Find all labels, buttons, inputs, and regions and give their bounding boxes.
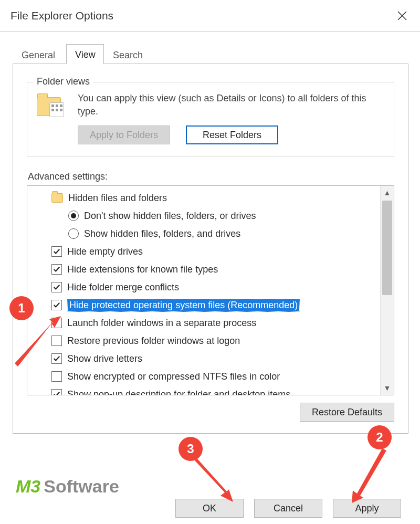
list-item-label: Show pop-up description for folder and d… bbox=[67, 389, 290, 396]
list-item[interactable]: Hide extensions for known file types bbox=[39, 260, 378, 278]
list-item: Hidden files and folders bbox=[39, 189, 378, 207]
list-item-label: Hide protected operating system files (R… bbox=[67, 299, 300, 312]
list-item-label: Show hidden files, folders, and drives bbox=[84, 228, 240, 239]
list-item-label: Hide folder merge conflicts bbox=[67, 282, 179, 293]
list-item-label: Show drive letters bbox=[67, 353, 142, 364]
list-item[interactable]: Don't show hidden files, folders, or dri… bbox=[39, 207, 378, 225]
annotation-arrow-2 bbox=[351, 448, 393, 509]
scrollbar[interactable]: ▲ ▼ bbox=[380, 186, 394, 395]
list-item-label: Hidden files and folders bbox=[68, 193, 167, 204]
list-item[interactable]: Launch folder windows in a separate proc… bbox=[39, 314, 378, 332]
list-item[interactable]: Restore previous folder windows at logon bbox=[39, 332, 378, 350]
checkbox-icon[interactable] bbox=[51, 371, 62, 382]
restore-defaults-button[interactable]: Restore Defaults bbox=[300, 403, 394, 422]
list-item-label: Launch folder windows in a separate proc… bbox=[67, 318, 256, 329]
list-item[interactable]: Hide folder merge conflicts bbox=[39, 278, 378, 296]
folder-views-icon bbox=[37, 94, 68, 125]
list-item[interactable]: Show hidden files, folders, and drives bbox=[39, 225, 378, 243]
radio-icon[interactable] bbox=[68, 228, 79, 239]
list-item[interactable]: Show pop-up description for folder and d… bbox=[39, 385, 378, 395]
list-item-label: Restore previous folder windows at logon bbox=[67, 336, 240, 347]
advanced-settings-label: Advanced settings: bbox=[28, 171, 394, 182]
annotation-arrow-3 bbox=[189, 460, 236, 510]
folder-icon bbox=[51, 193, 63, 203]
tab-strip: General View Search bbox=[13, 44, 408, 64]
tab-view[interactable]: View bbox=[66, 44, 104, 64]
scroll-up-icon[interactable]: ▲ bbox=[384, 189, 391, 196]
list-item-label: Show encrypted or compressed NTFS files … bbox=[67, 371, 280, 382]
checkbox-icon[interactable] bbox=[51, 300, 62, 310]
tab-search[interactable]: Search bbox=[104, 45, 151, 64]
watermark-m3: M3 bbox=[16, 476, 40, 497]
annotation-arrow-1 bbox=[15, 316, 62, 371]
annotation-callout-1: 1 bbox=[9, 296, 34, 320]
apply-to-folders-button: Apply to Folders bbox=[78, 125, 170, 144]
radio-icon[interactable] bbox=[68, 211, 79, 221]
close-icon[interactable] bbox=[392, 5, 413, 26]
list-item[interactable]: Show encrypted or compressed NTFS files … bbox=[39, 368, 378, 385]
svg-marker-3 bbox=[352, 448, 386, 503]
title-bar: File Explorer Options bbox=[0, 0, 420, 32]
advanced-settings-list: Hidden files and foldersDon't show hidde… bbox=[27, 185, 394, 395]
folder-views-description: You can apply this view (such as Details… bbox=[78, 92, 384, 118]
scroll-down-icon[interactable]: ▼ bbox=[384, 384, 391, 392]
list-item-label: Hide extensions for known file types bbox=[67, 264, 218, 275]
list-item[interactable]: Hide empty drives bbox=[39, 243, 378, 260]
checkbox-icon[interactable] bbox=[51, 282, 62, 292]
cancel-button[interactable]: Cancel bbox=[254, 499, 322, 518]
list-item-label: Don't show hidden files, folders, or dri… bbox=[84, 211, 256, 222]
window-title: File Explorer Options bbox=[10, 9, 113, 22]
annotation-callout-3: 3 bbox=[178, 437, 203, 461]
checkbox-icon[interactable] bbox=[51, 389, 62, 395]
watermark-software: Software bbox=[44, 476, 119, 497]
tab-panel-view: Folder views You can apply this view (su… bbox=[13, 64, 408, 434]
reset-folders-button[interactable]: Reset Folders bbox=[186, 125, 278, 144]
svg-marker-2 bbox=[15, 316, 61, 366]
folder-views-group: Folder views You can apply this view (su… bbox=[27, 82, 394, 156]
svg-marker-4 bbox=[194, 459, 233, 502]
list-item[interactable]: Hide protected operating system files (R… bbox=[39, 296, 378, 314]
annotation-callout-2: 2 bbox=[368, 425, 392, 449]
scroll-thumb[interactable] bbox=[382, 201, 392, 295]
checkbox-icon[interactable] bbox=[51, 246, 62, 257]
tab-general[interactable]: General bbox=[13, 45, 66, 64]
checkbox-icon[interactable] bbox=[51, 264, 62, 275]
list-item[interactable]: Show drive letters bbox=[39, 350, 378, 368]
watermark: M3 Software bbox=[16, 476, 119, 497]
list-item-label: Hide empty drives bbox=[67, 246, 143, 257]
folder-views-legend: Folder views bbox=[34, 76, 93, 87]
